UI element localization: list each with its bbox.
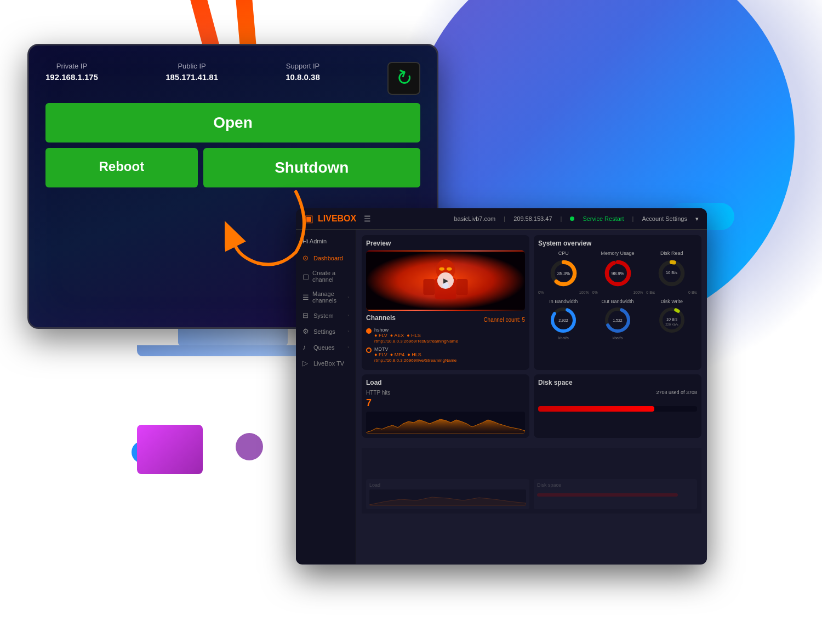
svg-text:98.9%: 98.9%	[611, 271, 624, 276]
sidebar-item-manage-channels[interactable]: ☰ Manage channels ›	[296, 287, 356, 307]
bandwidth-row: In Bandwidth 2,922 kbat/s Out Bandwidth	[538, 299, 697, 340]
cpu-gauge: CPU 35.3% 0%100%	[538, 250, 589, 294]
out-bandwidth: Out Bandwidth 1,522 kbat/s	[592, 299, 643, 340]
sidebar-item-livebox-tv[interactable]: ▷ LiveBox TV	[296, 355, 356, 371]
http-hits-label: HTTP hits	[366, 390, 525, 396]
refresh-button[interactable]: ↻	[387, 62, 420, 95]
system-icon: ⊟	[302, 311, 310, 320]
channel-url-1[interactable]: rtmp://10.8.0.3:26969/Test/StreamingName	[374, 339, 458, 344]
in-bw-svg: 2,922	[550, 306, 577, 334]
in-bw-unit: kbat/s	[538, 336, 589, 340]
expand-icon2: ›	[347, 313, 349, 318]
expand-icon: ›	[347, 295, 349, 300]
play-button[interactable]: ▶	[437, 272, 454, 289]
disk-read-label: Disk Read	[646, 250, 697, 256]
support-ip-value: 10.8.0.38	[286, 72, 320, 82]
sidebar-manage-label: Manage channels	[312, 290, 344, 304]
disk-write-svg: 10 B/s 220 Kb/s	[658, 306, 686, 334]
sidebar-item-create-channel[interactable]: ▢ Create a channel	[296, 266, 356, 287]
svg-text:1,522: 1,522	[613, 318, 623, 322]
manage-channels-icon: ☰	[302, 293, 309, 301]
account-settings-link[interactable]: Account Settings	[642, 215, 687, 222]
svg-text:2,922: 2,922	[559, 318, 569, 322]
bg-rect-purple	[137, 425, 203, 474]
dashboard-header: ▣ LIVEBOX ☰ basicLivb7.com | 209.58.153.…	[296, 208, 707, 230]
video-preview[interactable]: ▶	[366, 250, 525, 311]
disk-read-gauge-svg: 10 B/s	[657, 258, 687, 288]
disk-space-panel: Disk space 2708 used of 3708	[534, 374, 701, 438]
status-dot	[570, 216, 574, 221]
public-ip-block: Public IP 185.171.41.81	[165, 62, 218, 95]
out-bw-label: Out Bandwidth	[592, 299, 643, 304]
ip-row: Private IP 192.168.1.175 Public IP 185.1…	[45, 62, 420, 95]
sidebar-create-label: Create a channel	[312, 270, 349, 283]
menu-icon[interactable]: ☰	[364, 214, 371, 223]
reboot-button[interactable]: Reboot	[45, 148, 198, 187]
disk-write: Disk Write 10 B/s 220 Kb/s	[646, 299, 697, 340]
logo-text: LIVEBOX	[318, 214, 356, 224]
svg-text:220 Kb/s: 220 Kb/s	[665, 323, 678, 326]
svg-rect-5	[456, 279, 467, 295]
cpu-gauge-svg: 35.3%	[549, 258, 579, 288]
private-ip-label: Private IP	[45, 62, 98, 70]
open-button[interactable]: Open	[45, 103, 420, 143]
svg-text:10 B/s: 10 B/s	[666, 317, 677, 321]
system-panel: System overview CPU 35.3% 0%100%	[534, 235, 701, 370]
disk-bar	[538, 406, 654, 412]
bg-circle-purple	[236, 433, 263, 460]
svg-text:10 B/s: 10 B/s	[666, 270, 677, 275]
channel-count: Channel count: 5	[483, 317, 525, 323]
cpu-range: 0%100%	[538, 290, 589, 294]
sidebar-item-queues[interactable]: ♪ Queues ›	[296, 339, 356, 355]
monitor-stand	[178, 329, 288, 345]
sidebar-system-label: System	[313, 312, 334, 319]
nav-separator: |	[504, 215, 505, 222]
in-bandwidth: In Bandwidth 2,922 kbat/s	[538, 299, 589, 340]
sidebar-settings-label: Settings	[313, 328, 335, 335]
sidebar-dashboard-label: Dashboard	[313, 255, 343, 261]
account-dropdown-icon[interactable]: ▾	[695, 215, 699, 223]
curved-arrow	[225, 181, 312, 269]
private-ip-value: 192.168.1.175	[45, 72, 98, 82]
svg-point-7	[447, 267, 452, 271]
dashboard-nav-right: basicLivb7.com | 209.58.153.47 | Service…	[454, 215, 699, 223]
preview-panel: Preview	[362, 235, 529, 370]
domain-text: basicLivb7.com	[454, 215, 495, 222]
disk-bar-container	[538, 406, 697, 412]
svg-rect-4	[423, 279, 435, 295]
create-channel-icon: ▢	[302, 272, 309, 281]
load-chart	[366, 412, 525, 434]
http-hits-value: 7	[366, 397, 525, 409]
service-restart-link[interactable]: Service Restart	[583, 215, 624, 222]
dashboard-sidebar: Hi Admin ⊙ Dashboard ▢ Create a channel …	[296, 230, 356, 564]
gauges-row-1: CPU 35.3% 0%100% Mem	[538, 250, 697, 294]
memory-label: Memory Usage	[592, 250, 643, 256]
expand-icon4: ›	[347, 345, 349, 350]
channel-tags-2: ● FLV ● MP4 ● HLS	[374, 352, 456, 357]
channel-name-1: hshow	[374, 327, 458, 333]
load-panel: Load HTTP hits 7	[362, 374, 529, 438]
sidebar-queues-label: Queues	[313, 344, 335, 351]
sidebar-item-settings[interactable]: ⚙ Settings ›	[296, 323, 356, 339]
support-ip-block: Support IP 10.8.0.38	[286, 62, 320, 95]
memory-range: 0%100%	[592, 290, 643, 294]
channels-section: Channels Channel count: 5 hshow ● FLV ● …	[366, 314, 525, 363]
sidebar-item-system[interactable]: ⊟ System ›	[296, 307, 356, 323]
channel-item-1: hshow ● FLV ● AEX ● HLS rtmp://10.8.0.3:…	[366, 327, 525, 344]
channel-info-2: MDTV ● FLV ● MP4 ● HLS rtmp://10.8.0.3:2…	[374, 346, 456, 363]
disk-read-range: 0 B/s0 B/s	[646, 290, 697, 294]
channel-item-2: MDTV ● FLV ● MP4 ● HLS rtmp://10.8.0.3:2…	[366, 346, 525, 363]
dashboard-grid: Preview	[356, 230, 707, 448]
expand-icon3: ›	[347, 329, 349, 334]
channel-url-2[interactable]: rtmp://10.8.0.3:26969/live/StreamingName	[374, 358, 456, 363]
svg-point-6	[439, 267, 444, 271]
dashboard-panel: ▣ LIVEBOX ☰ basicLivb7.com | 209.58.153.…	[296, 208, 707, 565]
ip-text: 209.58.153.47	[513, 215, 552, 222]
load-title: Load	[366, 379, 525, 386]
out-bw-unit: kbat/s	[592, 336, 643, 340]
public-ip-value: 185.171.41.81	[165, 72, 218, 82]
queues-icon: ♪	[302, 343, 310, 351]
channel-radio-2	[366, 347, 372, 353]
channels-title: Channels	[366, 314, 396, 322]
channel-info-1: hshow ● FLV ● AEX ● HLS rtmp://10.8.0.3:…	[374, 327, 458, 344]
